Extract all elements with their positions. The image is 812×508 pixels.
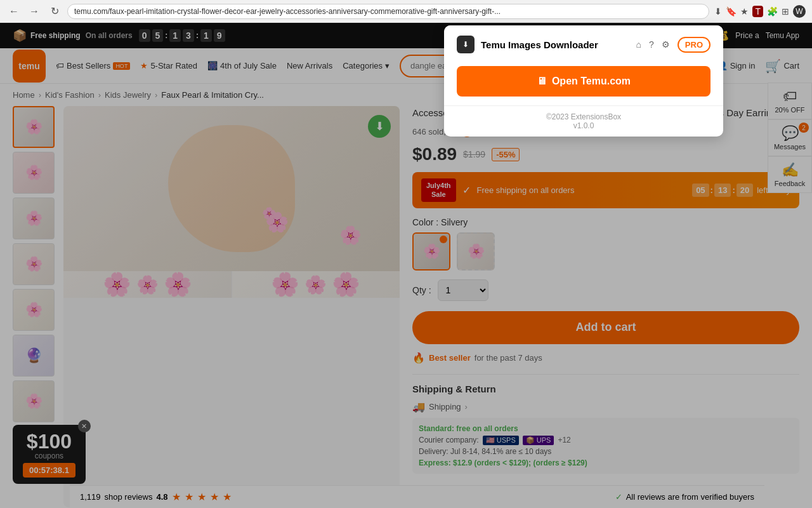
ext-bookmark[interactable]: 🔖 [726,6,737,17]
popup-nav-icons: ⌂ ? ⚙ PRO [636,37,710,53]
url-text: temu.com/faux-pearl-imitation-crystal-fl… [74,7,501,16]
ext-download[interactable]: ⬇ [714,6,722,17]
url-bar[interactable]: temu.com/faux-pearl-imitation-crystal-fl… [67,4,709,19]
ext-puzzle[interactable]: 🧩 [767,6,778,17]
open-temu-button[interactable]: 🖥 Open Temu.com [457,66,710,97]
back-button[interactable]: ← [6,4,22,19]
temu-images-downloader-popup: ⬇ Temu Images Downloader ⌂ ? ⚙ PRO 🖥 Ope… [444,25,723,137]
popup-header: ⬇ Temu Images Downloader ⌂ ? ⚙ PRO [444,25,723,60]
popup-help-icon[interactable]: ? [649,39,654,50]
ext-temu[interactable]: T [752,6,763,17]
open-temu-icon: 🖥 [537,76,547,87]
popup-title: Temu Images Downloader [481,39,630,50]
ext-w[interactable]: W [793,5,806,18]
popup-version: v1.0.0 [450,121,717,130]
pro-badge[interactable]: PRO [678,37,710,53]
open-temu-label: Open Temu.com [552,76,631,87]
popup-footer: ©2023 ExtensionsBox v1.0.0 [444,105,723,137]
popup-settings-icon[interactable]: ⚙ [662,39,670,50]
ext-star[interactable]: ★ [740,6,749,17]
address-bar: ← → ↻ temu.com/faux-pearl-imitation-crys… [0,0,812,23]
popup-home-icon[interactable]: ⌂ [636,39,641,50]
browser-extensions: ⬇ 🔖 ★ T 🧩 ⊞ W [714,5,806,18]
popup-logo: ⬇ [457,36,475,53]
forward-button[interactable]: → [27,4,42,19]
popup-copyright: ©2023 ExtensionsBox [450,112,717,121]
refresh-button[interactable]: ↻ [47,4,62,19]
ext-grid[interactable]: ⊞ [782,6,789,17]
